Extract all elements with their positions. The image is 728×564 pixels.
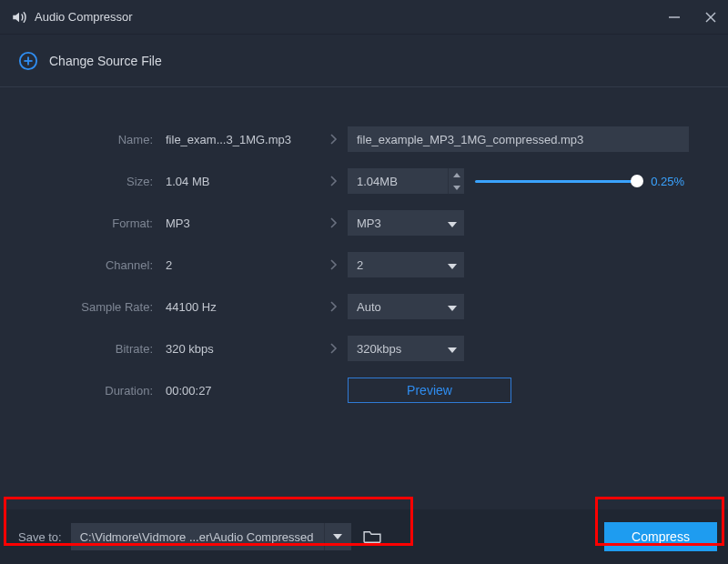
channel-value: 2 [357, 258, 363, 272]
size-percent: 0.25% [651, 175, 684, 188]
row-name: Name: file_exam...3_1MG.mp3 [0, 118, 728, 160]
speaker-icon [11, 9, 27, 25]
titlebar: Audio Compressor [0, 0, 728, 35]
label-sample-rate: Sample Rate: [0, 300, 166, 314]
slider-thumb[interactable] [631, 175, 643, 187]
change-source-row: Change Source File [0, 35, 728, 87]
label-bitrate: Bitrate: [0, 342, 166, 356]
label-channel: Channel: [0, 258, 166, 272]
sample-rate-value: Auto [357, 300, 381, 314]
preview-button[interactable]: Preview [348, 378, 511, 403]
arrow-icon [320, 301, 348, 312]
original-size: 1.04 MB [166, 175, 320, 188]
path-dropdown-button[interactable] [324, 523, 351, 550]
format-select[interactable]: MP3 [348, 210, 464, 236]
row-channel: Channel: 2 2 [0, 244, 728, 286]
target-size-value: 1.04MB [348, 175, 448, 188]
sample-rate-select[interactable]: Auto [348, 294, 464, 319]
row-format: Format: MP3 MP3 [0, 202, 728, 244]
row-bitrate: Bitrate: 320 kbps 320kbps [0, 327, 728, 369]
app-title: Audio Compressor [35, 10, 133, 24]
size-slider[interactable] [475, 180, 638, 183]
label-duration: Duration: [0, 384, 166, 398]
change-source-button[interactable]: Change Source File [49, 54, 162, 68]
close-button[interactable] [704, 11, 717, 24]
size-down-button[interactable] [449, 181, 464, 194]
chevron-down-icon [448, 342, 457, 356]
chevron-down-icon [448, 300, 457, 314]
settings-form: Name: file_exam...3_1MG.mp3 Size: 1.04 M… [0, 118, 728, 411]
save-path: C:\Vidmore\Vidmore ...er\Audio Compresse… [71, 530, 324, 544]
original-bitrate: 320 kbps [166, 342, 320, 356]
footer-bar: Save to: C:\Vidmore\Vidmore ...er\Audio … [0, 509, 728, 564]
row-duration: Duration: 00:00:27 Preview [0, 369, 728, 411]
label-name: Name: [0, 133, 166, 146]
save-path-box: C:\Vidmore\Vidmore ...er\Audio Compresse… [71, 523, 351, 550]
channel-select[interactable]: 2 [348, 252, 464, 277]
window-controls [668, 11, 717, 24]
minimize-button[interactable] [668, 11, 681, 24]
original-format: MP3 [166, 217, 320, 230]
add-file-icon[interactable] [18, 51, 38, 71]
open-folder-button[interactable] [360, 528, 384, 546]
row-sample-rate: Sample Rate: 44100 Hz Auto [0, 286, 728, 327]
bitrate-select[interactable]: 320kbps [348, 336, 464, 361]
chevron-down-icon [448, 217, 457, 230]
output-name-input[interactable] [348, 126, 689, 152]
label-size: Size: [0, 175, 166, 188]
original-channel: 2 [166, 258, 320, 272]
chevron-down-icon [448, 258, 457, 272]
original-duration: 00:00:27 [166, 384, 320, 398]
compress-button[interactable]: Compress [604, 522, 717, 551]
size-up-button[interactable] [449, 168, 464, 181]
save-to-label: Save to: [18, 530, 62, 544]
original-sample-rate: 44100 Hz [166, 300, 320, 314]
arrow-icon [320, 134, 348, 145]
bitrate-value: 320kbps [357, 342, 401, 356]
arrow-icon [320, 176, 348, 186]
size-spinner[interactable]: 1.04MB [348, 168, 464, 194]
original-name: file_exam...3_1MG.mp3 [166, 133, 320, 146]
format-value: MP3 [357, 217, 381, 230]
row-size: Size: 1.04 MB 1.04MB 0.25% [0, 160, 728, 202]
arrow-icon [320, 217, 348, 228]
label-format: Format: [0, 217, 166, 230]
arrow-icon [320, 259, 348, 270]
arrow-icon [320, 343, 348, 354]
